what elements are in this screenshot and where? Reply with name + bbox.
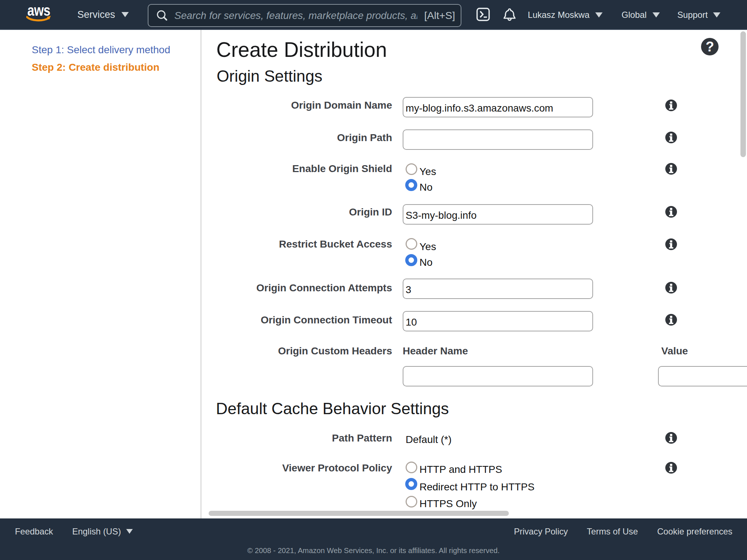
svg-text:aws: aws	[27, 5, 50, 19]
svg-text:?: ?	[705, 39, 714, 54]
